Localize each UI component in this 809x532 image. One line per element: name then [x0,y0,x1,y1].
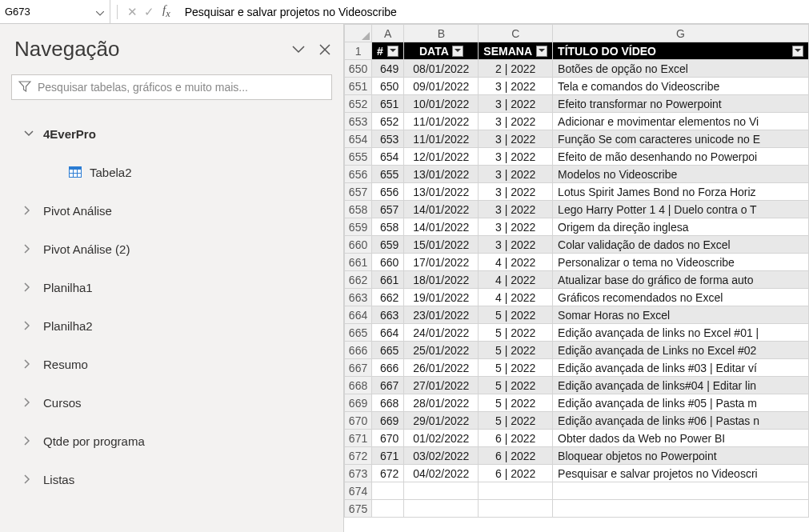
chevron-right-icon[interactable] [24,282,43,292]
table-row[interactable]: 65165009/01/20223 | 2022Tela e comandos … [345,78,809,95]
select-all-corner[interactable] [345,25,372,42]
row-header[interactable]: 667 [345,359,372,377]
table-row[interactable]: 66566424/01/20225 | 2022Edição avançada … [345,324,809,342]
row-header[interactable]: 672 [345,447,372,465]
cell[interactable]: 5 | 2022 [479,324,553,342]
row-header[interactable]: 655 [345,148,372,166]
name-box[interactable] [0,0,110,23]
row-header[interactable]: 656 [345,166,372,183]
cell[interactable] [404,500,479,518]
nav-tree-item[interactable]: Planilha1 [0,268,343,306]
cell[interactable]: 660 [372,254,404,271]
table-row[interactable]: 67066929/01/20225 | 2022Edição avançada … [345,412,809,430]
cell[interactable]: 14/01/2022 [404,218,479,236]
cell[interactable]: 665 [372,342,404,359]
row-header[interactable]: 659 [345,218,372,236]
cell[interactable]: 3 | 2022 [479,130,553,148]
row-header[interactable]: 665 [345,324,372,342]
chevron-down-icon[interactable] [24,130,43,137]
cell[interactable]: Edição avançada de links no Excel #01 | [553,324,809,342]
row-header[interactable]: 651 [345,78,372,95]
cell[interactable]: 03/02/2022 [404,447,479,465]
column-header[interactable]: G [553,25,809,42]
table-row[interactable]: 66065915/01/20223 | 2022Colar validação … [345,236,809,254]
cell[interactable]: 24/01/2022 [404,324,479,342]
cell[interactable]: 5 | 2022 [479,412,553,430]
cell[interactable]: 26/01/2022 [404,359,479,377]
filter-dropdown-icon[interactable] [792,46,803,57]
cell[interactable]: 12/01/2022 [404,148,479,166]
cell[interactable]: 659 [372,236,404,254]
cell[interactable]: 18/01/2022 [404,271,479,289]
nav-tree-child[interactable]: Tabela2 [0,153,343,191]
table-row[interactable]: 66866727/01/20225 | 2022Edição avançada … [345,377,809,394]
row-header[interactable]: 658 [345,201,372,218]
cell[interactable] [553,482,809,500]
cell[interactable]: Edição avançada de links #05 | Pasta m [553,394,809,412]
nav-tree-item[interactable]: Qtde por programa [0,422,343,460]
cell[interactable]: Edição avançada de Links no Excel #02 [553,342,809,359]
table-row[interactable]: 65265110/01/20223 | 2022Efeito transform… [345,95,809,113]
cell[interactable]: 662 [372,289,404,306]
row-header[interactable]: 1 [345,42,372,60]
spreadsheet[interactable]: ABCG1#DATASEMANATÍTULO DO VÍDEO65064908/… [344,24,809,532]
row-header[interactable]: 652 [345,95,372,113]
cell[interactable]: 669 [372,412,404,430]
table-row[interactable]: 674 [345,482,809,500]
chevron-right-icon[interactable] [24,244,43,254]
row-header[interactable]: 662 [345,271,372,289]
cell[interactable]: Edição avançada de links #03 | Editar ví [553,359,809,377]
table-row[interactable]: 65665513/01/20223 | 2022Modelos no Video… [345,166,809,183]
cell[interactable]: 3 | 2022 [479,218,553,236]
cell[interactable]: 3 | 2022 [479,95,553,113]
chevron-right-icon[interactable] [24,206,43,215]
cell[interactable]: Botões de opção no Excel [553,60,809,78]
cell[interactable]: Lego Harry Potter 1 4 | Duelo contra o T [553,201,809,218]
table-header-cell[interactable]: SEMANA [479,42,553,60]
row-header[interactable]: 671 [345,430,372,447]
row-header[interactable]: 673 [345,465,372,482]
row-header[interactable]: 657 [345,183,372,201]
cell[interactable]: 17/01/2022 [404,254,479,271]
cell[interactable]: 668 [372,394,404,412]
table-row[interactable]: 65064908/01/20222 | 2022Botões de opção … [345,60,809,78]
cell[interactable]: 655 [372,166,404,183]
cell[interactable]: Bloquear objetos no Powerpoint [553,447,809,465]
row-header[interactable]: 666 [345,342,372,359]
cell[interactable]: Obter dados da Web no Power BI [553,430,809,447]
cell[interactable]: 663 [372,306,404,324]
table-row[interactable]: 65765613/01/20223 | 2022Lotus Spirit Jam… [345,183,809,201]
cell[interactable]: 661 [372,271,404,289]
cell[interactable] [404,482,479,500]
filter-dropdown-icon[interactable] [536,46,547,57]
table-row[interactable]: 65565412/01/20223 | 2022Efeito de mão de… [345,148,809,166]
cell[interactable]: Edição avançada de links #06 | Pastas n [553,412,809,430]
cell[interactable]: 5 | 2022 [479,377,553,394]
column-header[interactable]: A [372,25,404,42]
cell[interactable]: 657 [372,201,404,218]
cell[interactable]: 4 | 2022 [479,271,553,289]
cell[interactable]: 29/01/2022 [404,412,479,430]
table-row[interactable]: 67267103/02/20226 | 2022Bloquear objetos… [345,447,809,465]
cell[interactable]: 651 [372,95,404,113]
nav-tree-item[interactable]: Resumo [0,345,343,383]
cell[interactable]: 6 | 2022 [479,430,553,447]
nav-tree-item[interactable]: Listas [0,460,343,498]
nav-search-box[interactable] [11,74,332,100]
cell[interactable]: 5 | 2022 [479,359,553,377]
nav-tree-item[interactable]: Pivot Análise [0,191,343,230]
cell[interactable]: Atualizar base do gráfico de forma auto [553,271,809,289]
cell[interactable]: 6 | 2022 [479,447,553,465]
chevron-right-icon[interactable] [24,321,43,330]
table-row[interactable]: 66166017/01/20224 | 2022Personalizar o t… [345,254,809,271]
chevron-right-icon[interactable] [24,398,43,407]
table-row[interactable]: 66266118/01/20224 | 2022Atualizar base d… [345,271,809,289]
cell[interactable]: Pesquisar e salvar projetos no Videoscri [553,465,809,482]
cell[interactable]: 5 | 2022 [479,394,553,412]
cell[interactable]: 5 | 2022 [479,342,553,359]
cell[interactable] [479,500,553,518]
table-row[interactable]: 675 [345,500,809,518]
column-header[interactable]: C [479,25,553,42]
cell[interactable]: Função Se com caracteres unicode no E [553,130,809,148]
table-row[interactable]: 65865714/01/20223 | 2022Lego Harry Potte… [345,201,809,218]
